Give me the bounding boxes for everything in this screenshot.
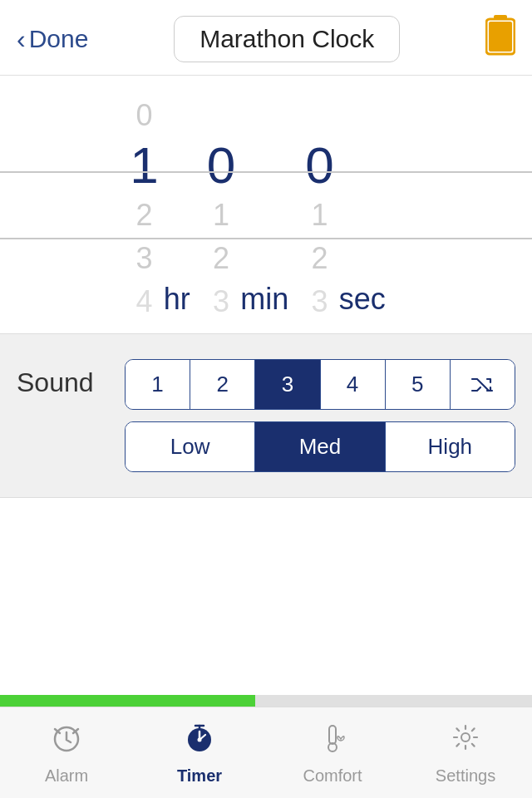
seconds-selected: 0 — [305, 137, 333, 194]
hours-column[interactable]: 0 1 2 3 4 — [130, 94, 158, 324]
hours-below-1: 3 — [135, 237, 152, 280]
tab-timer[interactable]: Timer — [133, 707, 266, 798]
minutes-below-0: 1 — [213, 194, 229, 237]
shuffle-button[interactable] — [450, 360, 515, 409]
sound-section: Sound 1 2 3 4 5 Low Med High — [0, 333, 532, 498]
tab-settings[interactable]: Settings — [399, 707, 532, 798]
picker-line-bottom — [0, 238, 532, 239]
minutes-unit-label: min — [240, 282, 288, 323]
svg-rect-2 — [489, 22, 512, 52]
svg-point-5 — [198, 737, 202, 741]
comfort-tab-label: Comfort — [303, 766, 362, 786]
svg-rect-6 — [329, 726, 336, 744]
preset-5-button[interactable]: 5 — [385, 360, 450, 409]
seconds-column[interactable]: 0 0 1 2 3 — [305, 94, 333, 324]
battery-icon — [485, 15, 515, 63]
tab-comfort[interactable]: Comfort — [266, 707, 399, 798]
sound-preset-row: 1 2 3 4 5 — [125, 359, 515, 410]
sound-controls: 1 2 3 4 5 Low Med High — [125, 359, 515, 472]
header: ‹ Done Marathon Clock — [0, 0, 532, 76]
volume-med-button[interactable]: Med — [254, 422, 384, 471]
volume-low-button[interactable]: Low — [126, 422, 254, 471]
done-button[interactable]: ‹ Done — [17, 24, 88, 55]
hours-below-2: 4 — [135, 280, 152, 323]
settings-icon — [449, 721, 482, 761]
seconds-below-1: 2 — [311, 237, 328, 280]
minutes-picker-group[interactable]: 0 0 1 2 3 min — [207, 94, 306, 324]
svg-point-8 — [461, 733, 470, 741]
alarm-icon — [50, 721, 83, 761]
preset-4-button[interactable]: 4 — [320, 360, 385, 409]
sound-volume-row: Low Med High — [125, 421, 515, 472]
minutes-below-2: 3 — [213, 280, 229, 323]
comfort-icon — [316, 721, 349, 761]
app-title: Marathon Clock — [174, 16, 400, 62]
minutes-below-1: 2 — [213, 237, 229, 280]
minutes-selected: 0 — [207, 137, 235, 194]
hours-unit-label: hr — [164, 282, 190, 323]
progress-bar-area — [0, 695, 532, 707]
preset-1-button[interactable]: 1 — [126, 360, 190, 409]
done-label: Done — [29, 25, 89, 53]
shuffle-icon — [470, 376, 494, 394]
sound-label: Sound — [17, 359, 100, 398]
tab-alarm[interactable]: Alarm — [0, 707, 133, 798]
hours-selected: 1 — [130, 137, 158, 194]
middle-area — [0, 498, 532, 648]
preset-2-button[interactable]: 2 — [190, 360, 254, 409]
time-picker[interactable]: 0 1 2 3 4 hr 0 0 1 2 3 min 0 0 1 2 3 sec — [0, 84, 532, 333]
minutes-column[interactable]: 0 0 1 2 3 — [207, 94, 235, 324]
seconds-picker-group[interactable]: 0 0 1 2 3 sec — [305, 94, 402, 324]
hours-above-0: 0 — [135, 94, 152, 137]
back-chevron-icon: ‹ — [17, 24, 26, 55]
preset-3-button[interactable]: 3 — [254, 360, 319, 409]
volume-high-button[interactable]: High — [385, 422, 515, 471]
progress-bar-fill — [0, 695, 255, 707]
seconds-unit-label: sec — [339, 282, 386, 323]
hours-below-0: 2 — [135, 194, 152, 237]
picker-line-top — [0, 171, 532, 173]
settings-tab-label: Settings — [436, 766, 495, 786]
seconds-below-0: 1 — [311, 194, 328, 237]
alarm-tab-label: Alarm — [45, 766, 88, 786]
timer-tab-label: Timer — [177, 766, 222, 786]
hours-picker-group[interactable]: 0 1 2 3 4 hr — [130, 94, 207, 324]
tab-bar: Alarm Timer Comfort — [0, 707, 532, 798]
timer-icon — [183, 721, 216, 761]
seconds-below-2: 3 — [311, 280, 328, 323]
